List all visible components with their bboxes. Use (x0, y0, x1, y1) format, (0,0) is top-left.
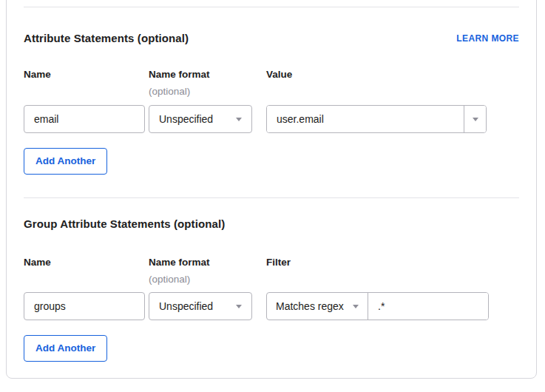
attribute-name-format-select[interactable]: Unspecified (149, 105, 252, 133)
chevron-down-icon (353, 305, 359, 308)
attribute-value-dropdown-button[interactable] (464, 106, 486, 132)
group-attribute-name-input[interactable] (24, 292, 145, 320)
attribute-statements-section: Attribute Statements (optional) LEARN MO… (7, 31, 536, 175)
group-attribute-labels-row: Name Name format (optional) Filter (24, 257, 519, 285)
learn-more-link[interactable]: LEARN MORE (456, 31, 519, 46)
name-column-label: Name (24, 257, 145, 268)
filter-column-label: Filter (266, 257, 291, 268)
group-attribute-filter-type-select[interactable]: Matches regex (267, 293, 368, 320)
section-divider (24, 7, 519, 7)
group-attribute-statements-section: Group Attribute Statements (optional) Na… (7, 217, 536, 362)
value-column-label: Value (266, 69, 292, 81)
attribute-name-input[interactable] (24, 105, 145, 133)
group-attribute-filter-combo: Matches regex (266, 292, 489, 320)
name-format-optional-label: (optional) (149, 274, 252, 285)
saml-settings-card: Attribute Statements (optional) LEARN MO… (6, 0, 537, 379)
chevron-down-icon (236, 118, 242, 121)
attribute-statement-row: Unspecified (24, 105, 519, 133)
chevron-down-icon (473, 118, 478, 121)
attribute-statements-heading: Attribute Statements (optional) (24, 31, 189, 46)
group-attribute-name-format-selected: Unspecified (159, 300, 213, 312)
add-another-group-attribute-button[interactable]: Add Another (24, 335, 107, 362)
group-attribute-filter-expression-input[interactable] (368, 293, 489, 320)
name-format-optional-label: (optional) (149, 86, 252, 98)
attribute-value-input[interactable] (267, 106, 464, 132)
settings-page: Attribute Statements (optional) LEARN MO… (0, 0, 545, 392)
add-another-attribute-button[interactable]: Add Another (24, 148, 107, 175)
group-attribute-name-format-select[interactable]: Unspecified (149, 292, 252, 320)
attribute-labels-row: Name Name format (optional) Value (24, 69, 519, 98)
group-attribute-statement-row: Unspecified Matches regex (24, 292, 519, 320)
group-attribute-filter-type-selected: Matches regex (276, 300, 344, 312)
section-divider (24, 197, 519, 198)
name-format-column-label: Name format (149, 69, 252, 81)
group-attribute-statements-heading: Group Attribute Statements (optional) (24, 217, 225, 232)
attribute-name-format-selected: Unspecified (159, 113, 213, 125)
name-column-label: Name (24, 69, 145, 81)
name-format-column-label: Name format (149, 257, 252, 268)
attribute-value-combo (266, 105, 487, 133)
chevron-down-icon (236, 305, 242, 308)
